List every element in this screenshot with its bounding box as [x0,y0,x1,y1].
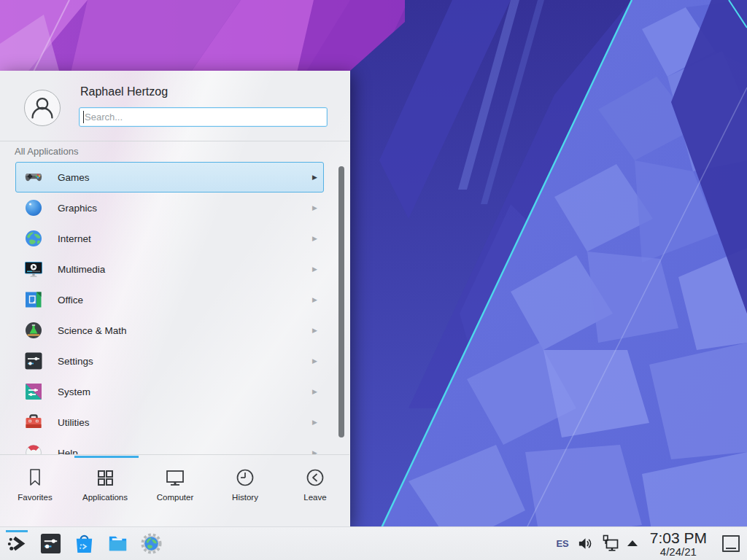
submenu-arrow-icon: ▶ [312,449,317,454]
category-label: Graphics [58,203,312,214]
active-tab-indicator [74,456,139,458]
app-launcher-button[interactable] [4,529,29,559]
grid-icon [94,467,116,489]
volume-icon[interactable] [577,535,594,552]
app-launcher-icon [6,532,28,555]
category-office[interactable]: Office ▶ [15,284,324,315]
category-label: Multimedia [58,264,312,275]
clock-icon [234,467,256,489]
submenu-arrow-icon: ▶ [312,327,317,334]
web-browser-button[interactable] [139,529,163,559]
submenu-arrow-icon: ▶ [312,296,317,303]
expand-tray-icon[interactable] [627,540,638,546]
user-icon [25,90,60,125]
search-field-wrap [79,107,328,127]
launcher-header: Raphael Hertzog [0,71,349,141]
tab-computer[interactable]: Computer [140,463,210,514]
flask-icon [24,321,43,340]
submenu-arrow-icon: ▶ [312,388,317,395]
monitor-icon [164,467,186,489]
clock-time: 7:03 PM [650,530,707,545]
user-name: Raphael Hertzog [80,85,168,98]
media-monitor-icon [24,260,43,279]
document-icon [24,290,43,309]
lifebuoy-icon [24,443,43,454]
system-tray: ES 7:03 PM 4/24/21 [556,530,740,557]
tab-label: Favorites [18,493,52,502]
category-list: Games ▶ Graphics ▶ [0,162,350,454]
category-label: Settings [58,356,312,367]
category-utilities[interactable]: Utilities ▶ [15,407,324,438]
submenu-arrow-icon: ▶ [312,419,317,426]
tab-label: Leave [303,493,326,502]
sphere-icon [24,198,43,217]
user-avatar[interactable] [24,90,61,126]
category-label: System [58,386,312,397]
submenu-arrow-icon: ▶ [312,357,317,365]
category-science-math[interactable]: Science & Math ▶ [15,315,324,346]
network-wired-icon[interactable] [602,534,619,552]
category-label: Games [58,172,312,183]
show-desktop-button[interactable] [722,535,740,552]
submenu-arrow-icon: ▶ [312,235,317,242]
keyboard-layout-indicator[interactable]: ES [556,538,568,549]
category-internet[interactable]: Internet ▶ [15,223,324,254]
taskbar: ES 7:03 PM 4/24/21 [0,526,747,560]
submenu-arrow-icon: ▶ [312,174,317,181]
footer-separator [0,454,349,455]
submenu-arrow-icon: ▶ [312,204,317,211]
header-separator [0,141,349,141]
application-launcher-menu: Raphael Hertzog All Applications [0,71,350,527]
category-games[interactable]: Games ▶ [15,162,324,192]
active-task-indicator [6,530,28,532]
tab-label: Applications [82,493,128,502]
section-label: All Applications [15,146,78,157]
discover-button[interactable] [71,529,96,559]
category-graphics[interactable]: Graphics ▶ [15,192,324,223]
tab-label: Computer [157,493,194,502]
leave-icon [304,467,326,489]
toolbox-icon [24,413,43,432]
category-multimedia[interactable]: Multimedia ▶ [15,254,324,284]
sliders-icon [24,351,43,370]
tab-history[interactable]: History [210,463,280,514]
category-label: Office [58,295,312,306]
submenu-arrow-icon: ▶ [312,265,317,273]
system-settings-button[interactable] [38,529,63,559]
category-label: Utilities [58,417,312,428]
file-manager-icon [107,532,129,555]
list-scrollbar[interactable] [338,166,344,438]
desktop: Raphael Hertzog All Applications [0,0,747,560]
digital-clock[interactable]: 7:03 PM 4/24/21 [650,530,707,557]
category-help[interactable]: Help ▶ [15,438,324,454]
search-input[interactable] [79,107,328,127]
globe-icon [24,229,43,248]
launcher-tab-bar: Favorites Applications Computer [0,463,350,514]
bookmark-icon [24,467,46,489]
category-settings[interactable]: Settings ▶ [15,346,324,376]
text-caret [83,111,84,123]
discover-icon [73,532,96,555]
category-label: Science & Math [58,325,312,336]
tab-label: History [232,493,258,502]
clock-date: 4/24/21 [650,546,707,557]
web-browser-icon [140,532,163,555]
category-system[interactable]: System ▶ [15,376,324,407]
tab-leave[interactable]: Leave [280,463,350,514]
tab-favorites[interactable]: Favorites [0,463,70,514]
category-label: Internet [58,233,312,244]
category-label: Help [58,448,312,455]
system-sliders-icon [24,382,43,401]
system-settings-icon [39,532,62,555]
gamepad-icon [24,168,43,187]
tab-applications[interactable]: Applications [70,463,140,514]
file-manager-button[interactable] [105,529,130,559]
